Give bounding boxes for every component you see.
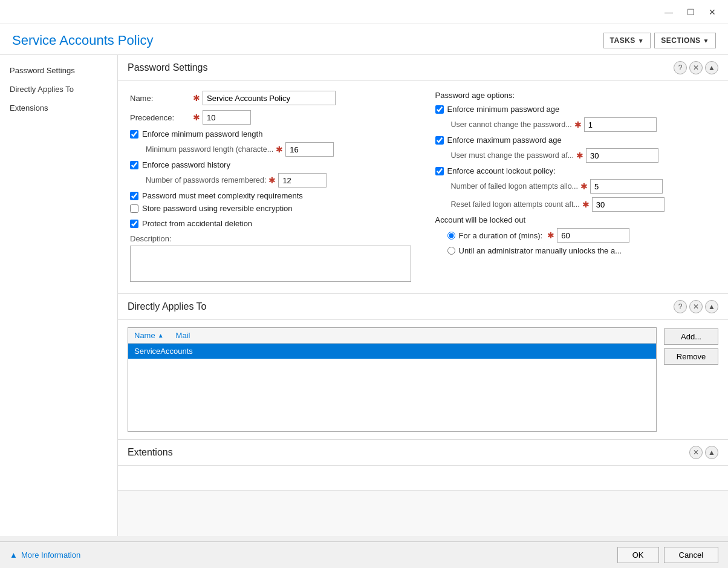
min-length-row: Minimum password length (characte... ✱ <box>146 142 411 157</box>
precedence-input[interactable] <box>203 110 251 125</box>
enforce-lockout-label: Enforce account lockout policy: <box>447 166 556 175</box>
min-length-required-icon: ✱ <box>276 145 283 154</box>
dat-help-button[interactable]: ? <box>674 300 687 313</box>
row-mail-cell <box>392 347 651 356</box>
content: Password Settings ? ✕ ▲ Name: ✱ Preced <box>118 55 728 536</box>
complexity-checkbox[interactable] <box>130 192 138 200</box>
duration-label: For a duration of (mins): <box>459 231 543 240</box>
name-input[interactable] <box>203 91 336 105</box>
ext-section-controls: ✕ ▲ <box>689 446 718 459</box>
dat-content: Name ▲ Mail ServiceAccounts Add... <box>118 320 728 439</box>
sidebar-item-password-settings[interactable]: Password Settings <box>0 61 117 80</box>
reversible-checkbox[interactable] <box>130 204 138 213</box>
sidebar-item-directly-applies-to[interactable]: Directly Applies To <box>0 80 117 99</box>
ps-content: Name: ✱ Precedence: ✱ Enforce minimum pa… <box>118 81 728 293</box>
tasks-button[interactable]: TASKS ▼ <box>603 33 651 48</box>
complexity-label: Password must meet complexity requiremen… <box>142 191 303 200</box>
max-age-required-icon: ✱ <box>576 151 583 160</box>
header-buttons: TASKS ▼ SECTIONS ▼ <box>603 33 716 48</box>
maximize-button[interactable]: ☐ <box>682 4 699 21</box>
protect-checkbox[interactable] <box>130 220 138 228</box>
reset-failed-row: Reset failed logon attempts count aft...… <box>451 197 717 212</box>
admin-unlock-row: Until an administrator manually unlocks … <box>447 246 717 255</box>
duration-row: For a duration of (mins): ✱ <box>447 228 717 243</box>
protect-checkbox-row: Protect from accidental deletion <box>130 219 411 228</box>
enforce-history-row: Enforce password history <box>130 160 411 169</box>
tasks-arrow-icon: ▼ <box>638 38 644 44</box>
description-label: Description: <box>130 234 411 243</box>
table-row[interactable]: ServiceAccounts <box>128 344 656 359</box>
ps-close-button[interactable]: ✕ <box>689 61 703 74</box>
ext-content <box>118 466 728 490</box>
max-age-label: User must change the password af... <box>451 151 574 160</box>
enforce-min-age-checkbox[interactable] <box>435 105 444 114</box>
history-label: Number of passwords remembered: <box>146 176 266 184</box>
bottom-bar: ▲ More Information OK Cancel <box>0 541 728 568</box>
reset-required-icon: ✱ <box>582 200 590 209</box>
dat-buttons: Add... Remove <box>664 327 718 432</box>
layout: Password Settings Directly Applies To Ex… <box>0 55 728 536</box>
max-age-input[interactable] <box>586 148 658 163</box>
dat-table-header: Name ▲ Mail <box>128 328 656 344</box>
duration-required-icon: ✱ <box>547 230 554 240</box>
sidebar: Password Settings Directly Applies To Ex… <box>0 55 118 536</box>
ok-button[interactable]: OK <box>617 547 659 563</box>
enforce-min-length-checkbox[interactable] <box>130 130 138 139</box>
ext-close-button[interactable]: ✕ <box>689 446 703 459</box>
titlebar-controls: — ☐ ✕ <box>660 4 721 21</box>
min-age-input[interactable] <box>584 117 657 132</box>
reset-failed-label: Reset failed logon attempts count aft... <box>451 200 580 209</box>
dat-col-name-header[interactable]: Name ▲ <box>128 328 170 343</box>
admin-unlock-radio[interactable] <box>447 247 455 255</box>
admin-unlock-label: Until an administrator manually unlocks … <box>459 246 622 255</box>
dat-close-button[interactable]: ✕ <box>689 300 703 313</box>
password-age-label-row: Password age options: <box>435 91 717 100</box>
protect-row: Protect from accidental deletion <box>130 219 411 228</box>
ps-collapse-button[interactable]: ▲ <box>705 61 718 74</box>
add-button[interactable]: Add... <box>664 328 718 345</box>
bottom-right-buttons: OK Cancel <box>617 547 718 563</box>
history-required-icon: ✱ <box>268 175 276 185</box>
main-header: Service Accounts Policy TASKS ▼ SECTIONS… <box>0 24 728 55</box>
dat-collapse-button[interactable]: ▲ <box>705 300 718 313</box>
more-info-area[interactable]: ▲ More Information <box>10 550 80 560</box>
directly-applies-to-section: Directly Applies To ? ✕ ▲ Name ▲ Mail <box>118 294 728 440</box>
reversible-row: Store password using reversible encrypti… <box>130 204 411 213</box>
cancel-button[interactable]: Cancel <box>664 547 718 563</box>
close-button[interactable]: ✕ <box>704 4 721 21</box>
dat-title: Directly Applies To <box>128 301 206 312</box>
failed-attempts-label: Number of failed logon attempts allo... <box>451 182 579 191</box>
name-label: Name: <box>130 94 190 103</box>
lockout-label-row: Account will be locked out <box>435 215 717 224</box>
minimize-button[interactable]: — <box>660 4 677 21</box>
description-section: Description: <box>130 234 411 284</box>
titlebar: — ☐ ✕ <box>0 0 728 24</box>
sidebar-item-extensions[interactable]: Extensions <box>0 99 117 117</box>
description-textarea[interactable] <box>130 246 411 282</box>
dat-col-mail-header[interactable]: Mail <box>170 328 197 343</box>
complexity-row: Password must meet complexity requiremen… <box>130 191 411 200</box>
password-settings-title: Password Settings <box>128 62 208 73</box>
remove-button[interactable]: Remove <box>664 348 718 365</box>
min-age-value-row: User cannot change the password... ✱ <box>451 117 717 132</box>
history-input[interactable] <box>278 173 327 188</box>
precedence-label: Precedence: <box>130 113 190 122</box>
reset-failed-input[interactable] <box>592 197 665 212</box>
enforce-lockout-row: Enforce account lockout policy: <box>435 166 717 175</box>
sections-button[interactable]: SECTIONS ▼ <box>654 33 716 48</box>
name-sort-icon: ▲ <box>158 332 164 339</box>
ext-collapse-button[interactable]: ▲ <box>705 446 718 459</box>
failed-attempts-input[interactable] <box>590 179 663 194</box>
enforce-min-age-row: Enforce minimum password age <box>435 105 717 114</box>
duration-input[interactable] <box>557 228 629 243</box>
failed-attempts-row: Number of failed logon attempts allo... … <box>451 179 717 194</box>
ps-right: Password age options: Enforce minimum pa… <box>435 91 717 284</box>
enforce-history-label: Enforce password history <box>142 160 230 169</box>
enforce-lockout-checkbox[interactable] <box>435 167 444 175</box>
duration-radio[interactable] <box>447 232 455 240</box>
ps-help-button[interactable]: ? <box>674 61 687 74</box>
enforce-max-age-checkbox[interactable] <box>435 136 444 145</box>
enforce-min-length-row: Enforce minimum password length <box>130 129 411 139</box>
min-length-input[interactable] <box>285 142 334 157</box>
enforce-history-checkbox[interactable] <box>130 161 138 169</box>
